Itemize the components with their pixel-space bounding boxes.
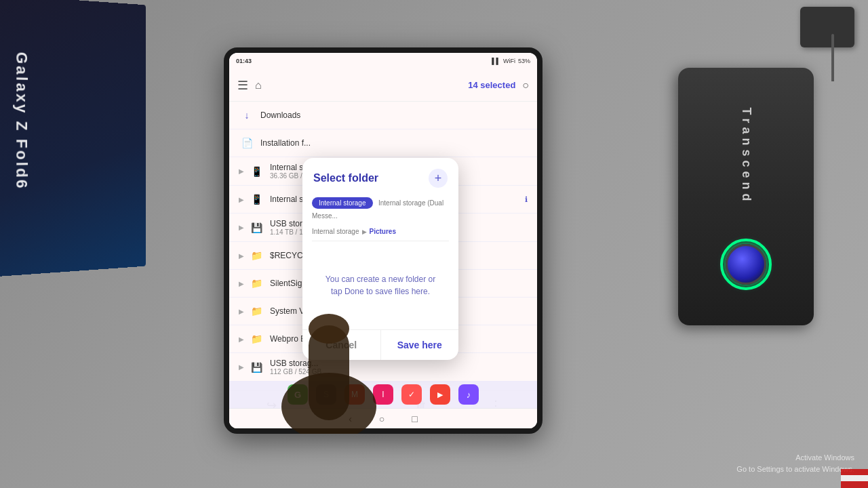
internal-storage-chip[interactable]: Internal storage [312, 197, 373, 209]
dock-instagram[interactable]: I [373, 384, 393, 405]
doc-icon: 📄 [239, 135, 255, 151]
file-item-name: Installation f... [260, 138, 528, 148]
phone-box: Galaxy Z Fold6 [0, 0, 146, 277]
dock-music[interactable]: ♪ [458, 384, 479, 405]
expand-icon: ▶ [239, 363, 244, 371]
hdd-brand-label: Transcend [739, 107, 753, 205]
usb-icon2: 💾 [248, 359, 264, 375]
expand-icon: ▶ [239, 167, 244, 175]
add-folder-button[interactable]: + [429, 169, 448, 188]
expand-icon: ▶ [239, 252, 244, 260]
dialog-body: You can create a new folder ortap Done t… [302, 241, 458, 329]
usb-icon: 💾 [248, 220, 264, 236]
expand-icon: ▶ [239, 280, 244, 287]
file-item-name: Downloads [260, 110, 528, 120]
list-item[interactable]: 📄 Installation f... [229, 129, 537, 157]
cable-wire [831, 34, 834, 81]
wifi-icon: WiFi [503, 58, 515, 64]
file-item-info: USB storag... 112 GB / 524 GB [270, 359, 528, 375]
folder-icon: 📁 [248, 331, 264, 347]
charger-block [800, 7, 854, 47]
expand-icon: ▶ [239, 196, 244, 203]
home-icon[interactable]: ⌂ [255, 79, 262, 92]
breadcrumb-row-1: Internal storage Internal storage (Dual … [302, 193, 458, 226]
dock-galaxy-store[interactable]: S [316, 384, 336, 405]
dock-tasks[interactable]: ✓ [401, 384, 422, 405]
info-icon[interactable]: ℹ [525, 195, 528, 204]
dialog-hint-text: You can create a new folder ortap Done t… [326, 273, 435, 298]
status-bar: 01:43 ▌▌ WiFi 53% [229, 53, 537, 69]
folder-icon: 📁 [248, 247, 264, 264]
expand-icon: ▶ [239, 336, 244, 343]
dialog-title: Select folder [313, 172, 378, 184]
box-brand-text: Galaxy Z Fold6 [12, 52, 31, 190]
expand-icon: ▶ [239, 308, 244, 315]
tablet-device: 01:43 ▌▌ WiFi 53% ☰ ⌂ 14 selected ○ ↓ Do… [224, 47, 542, 434]
download-icon: ↓ [239, 107, 255, 123]
save-here-button[interactable]: Save here [380, 330, 459, 360]
storage-icon: 📱 [248, 191, 264, 207]
storage-icon: 📱 [248, 163, 264, 180]
flag-icon [841, 469, 868, 488]
circle-icon[interactable]: ○ [522, 79, 529, 92]
external-hdd: Transcend [678, 68, 814, 325]
win-activate-line2: Go to Settings to activate Windows. [736, 464, 854, 475]
status-icons: ▌▌ WiFi 53% [492, 58, 530, 64]
file-item-name: USB storag... [270, 359, 528, 368]
file-item-sub: 112 GB / 524 GB [270, 368, 528, 375]
breadcrumb-arrow-icon: ▶ [362, 228, 367, 235]
dock-messages[interactable]: M [344, 384, 365, 405]
cables-area [732, 0, 868, 81]
folder-icon: 📁 [248, 275, 264, 291]
dock-youtube[interactable]: ▶ [430, 384, 450, 405]
status-time: 01:43 [236, 58, 252, 64]
win-activate-line1: Activate Windows [736, 452, 854, 464]
breadcrumb-current-folder: Pictures [370, 228, 396, 235]
list-item[interactable]: ↓ Downloads [229, 102, 537, 129]
expand-icon: ▶ [239, 224, 244, 231]
selected-count-label: 14 selected [468, 80, 515, 90]
folder-icon: 📁 [248, 303, 264, 319]
file-item-info: Downloads [260, 110, 528, 120]
header-bar: ☰ ⌂ 14 selected ○ [229, 69, 537, 102]
hamburger-icon[interactable]: ☰ [237, 78, 248, 93]
signal-icon: ▌▌ [492, 58, 500, 64]
file-item-info: Installation f... [260, 138, 528, 148]
breadcrumb-base-link[interactable]: Internal storage [312, 228, 359, 235]
select-folder-dialog: Select folder + Internal storage Interna… [302, 158, 458, 360]
nav-back[interactable]: ‹ [349, 413, 352, 424]
cancel-button[interactable]: Cancel [302, 330, 380, 360]
nav-home[interactable]: ○ [379, 413, 384, 424]
dialog-header: Select folder + [302, 158, 458, 193]
android-nav-bar: ‹ ○ □ [229, 408, 537, 428]
breadcrumb-row-2: Internal storage ▶ Pictures [302, 226, 458, 241]
nav-recents[interactable]: □ [412, 413, 417, 424]
battery-text: 53% [518, 58, 530, 64]
dialog-footer: Cancel Save here [302, 329, 458, 360]
dock-google[interactable]: G [288, 384, 308, 405]
app-dock: G S M I ✓ ▶ ♪ [229, 381, 537, 408]
windows-activate-notice: Activate Windows Go to Settings to activ… [736, 452, 854, 474]
hdd-knob [726, 244, 766, 285]
